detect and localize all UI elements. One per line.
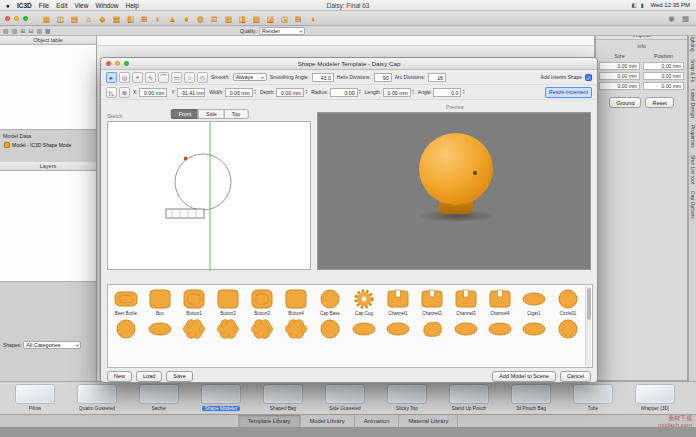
stepper-icon[interactable]: ▴▾ (254, 89, 256, 96)
shape-item-beer-bottle[interactable]: Beer Bottle (109, 285, 143, 316)
toolbar-tool-icon[interactable]: ⊡ (209, 13, 220, 24)
toolbar-tool-icon[interactable]: ▧ (251, 13, 262, 24)
sketch-tool-icon[interactable]: ▸ (106, 72, 117, 83)
shelf-item-stand-up-pouch[interactable]: Stand Up Pouch (438, 384, 500, 414)
side-tab-cap-options[interactable]: Cap Options (690, 191, 696, 219)
shape-item-cigar1[interactable]: Cigar1 (517, 285, 551, 316)
shelf-item-tube[interactable]: Tube (562, 384, 624, 414)
shape-item[interactable] (517, 316, 551, 341)
tab-template-library[interactable]: Template Library (238, 415, 301, 427)
tab-material-library[interactable]: Material Library (399, 415, 458, 427)
toolbar-tool-icon[interactable]: ⊞ (139, 13, 150, 24)
smoothing-angle-input[interactable]: 43.0 (312, 73, 334, 82)
load-button[interactable]: Load (136, 371, 162, 382)
shelf-item-3d-pouch-bag[interactable]: 3d Pouch Bag (500, 384, 562, 414)
stepper-icon[interactable]: ▴▾ (463, 89, 465, 96)
shape-item-button1[interactable]: Button1 (177, 285, 211, 316)
toolbar-tool-icon[interactable]: ◧ (125, 13, 136, 24)
shape-item-channel4[interactable]: Channel4 (483, 285, 517, 316)
toolbar-tool-icon[interactable]: ◑ (307, 13, 318, 24)
shelf-item-sticky-top[interactable]: Sticky Top (376, 384, 438, 414)
stepper-icon[interactable]: ▴▾ (306, 89, 308, 96)
stepper-icon[interactable]: ▴▾ (412, 89, 414, 96)
ground-button[interactable]: Ground (609, 97, 641, 108)
shape-item[interactable] (177, 316, 211, 341)
shape-item-cap-cog[interactable]: Cap Cog (347, 285, 381, 316)
toolbar-tool-icon[interactable]: ◍ (195, 13, 206, 24)
tab-animation[interactable]: Animation (355, 415, 400, 427)
model-tree-item[interactable]: Model - IC3D Shape Mode (4, 142, 71, 148)
sketch-tab-side[interactable]: Side (198, 109, 225, 119)
toolbar-view-icon[interactable]: ◉ (666, 13, 677, 24)
menu-item-edit[interactable]: Edit (56, 2, 67, 9)
side-tab-properties[interactable]: Properties (690, 125, 696, 148)
minimize-button[interactable] (14, 16, 19, 21)
toolbar-tool-icon[interactable]: ◳ (279, 13, 290, 24)
shelf-item-pillow[interactable]: Pillow (4, 384, 66, 414)
sketch-tab-front[interactable]: Front (171, 109, 199, 119)
shape-item[interactable] (211, 316, 245, 341)
toolbar-small-icon[interactable]: ▩ (45, 27, 51, 35)
sketch-tool-icon[interactable]: ∿ (145, 72, 156, 83)
cancel-button[interactable]: Cancel (560, 371, 591, 382)
reset-button[interactable]: Reset (645, 97, 673, 108)
sketch-tab-top[interactable]: Top (224, 109, 249, 119)
sketch-tool-icon[interactable]: ▭ (171, 72, 182, 83)
preview-canvas[interactable] (317, 112, 591, 270)
toolbar-tool-icon[interactable]: ▦ (111, 13, 122, 24)
shape-item-box[interactable]: Box (143, 285, 177, 316)
layers-list[interactable] (0, 171, 96, 282)
shape-item[interactable] (381, 316, 415, 341)
shapes-scrollbar[interactable] (585, 286, 591, 366)
shape-item[interactable] (279, 316, 313, 341)
shape-item[interactable] (143, 316, 177, 341)
field-input-y[interactable]: -31.41 mm (177, 88, 205, 97)
shape-item-button3[interactable]: Button3 (245, 285, 279, 316)
shelf-item-sachet[interactable]: Sachet (128, 384, 190, 414)
menu-item-view[interactable]: View (74, 2, 88, 9)
tab-model-library[interactable]: Model Library (301, 415, 355, 427)
dialog-minimize-button[interactable] (115, 61, 120, 66)
size-value[interactable]: 0.00 mm (599, 72, 640, 80)
menu-item-help[interactable]: Help (126, 2, 139, 9)
position-value[interactable]: 0.00 mm (643, 72, 684, 80)
arc-divisions-input[interactable]: 16 (428, 73, 446, 82)
shape-item[interactable] (347, 316, 381, 341)
shelf-item-shaped-bag[interactable]: Shaped Bag (252, 384, 314, 414)
sketch-tool-icon[interactable]: ⌒ (158, 72, 169, 83)
toolbar-tool-icon[interactable]: ⌂ (83, 13, 94, 24)
shape-item-cap-base[interactable]: Cap Base (313, 285, 347, 316)
smooth-select[interactable]: Always ▾ (233, 73, 267, 81)
sketch-tool-icon[interactable]: ◇ (197, 72, 208, 83)
field-input-radius[interactable]: 0.00 (330, 88, 358, 97)
menu-clock[interactable]: Wed 12:35 PM (650, 2, 690, 8)
side-tab-snap-fit[interactable]: Snap & Fit (690, 59, 696, 82)
shape-item-channel3[interactable]: Channel3 (449, 285, 483, 316)
stepper-icon[interactable]: ▴▾ (359, 89, 361, 96)
dialog-zoom-button[interactable] (124, 61, 129, 66)
shape-item[interactable] (109, 316, 143, 341)
toolbar-small-icon[interactable]: ▥ (36, 27, 42, 35)
toolbar-tool-icon[interactable]: ▲ (167, 13, 178, 24)
side-tab-label-design[interactable]: Label Design (690, 89, 696, 118)
field-input-x[interactable]: 0.00 mm (139, 88, 167, 97)
position-value[interactable]: 0.00 mm (643, 82, 684, 90)
toolbar-tool-icon[interactable]: ▣ (41, 13, 52, 24)
apple-menu-icon[interactable]: ● (6, 2, 10, 9)
shapes-filter-select[interactable]: All Categories ▾ (23, 341, 81, 349)
edit-tool-icon[interactable]: ⊗ (119, 87, 130, 98)
toolbar-tool-icon[interactable]: ● (181, 13, 192, 24)
shape-item[interactable] (313, 316, 347, 341)
toolbar-small-icon[interactable]: ⊞ (20, 27, 25, 35)
shape-item-channel1[interactable]: Channel1 (381, 285, 415, 316)
field-input-depth[interactable]: 0.00 mm (276, 88, 304, 97)
size-value[interactable]: 0.00 mm (599, 62, 640, 70)
field-input-width[interactable]: 0.00 mm (225, 88, 253, 97)
resize-increment-button[interactable]: Resize Increment (545, 87, 592, 98)
toolbar-tool-icon[interactable]: ⊟ (293, 13, 304, 24)
toolbar-tool-icon[interactable]: ▤ (69, 13, 80, 24)
dialog-titlebar[interactable]: Shape Modeler Template - Daisy Cap (101, 58, 597, 70)
size-value[interactable]: 0.00 mm (599, 82, 640, 90)
shape-item[interactable] (245, 316, 279, 341)
shelf-item-wrapper-3d[interactable]: Wrapper (3D) (624, 384, 686, 414)
